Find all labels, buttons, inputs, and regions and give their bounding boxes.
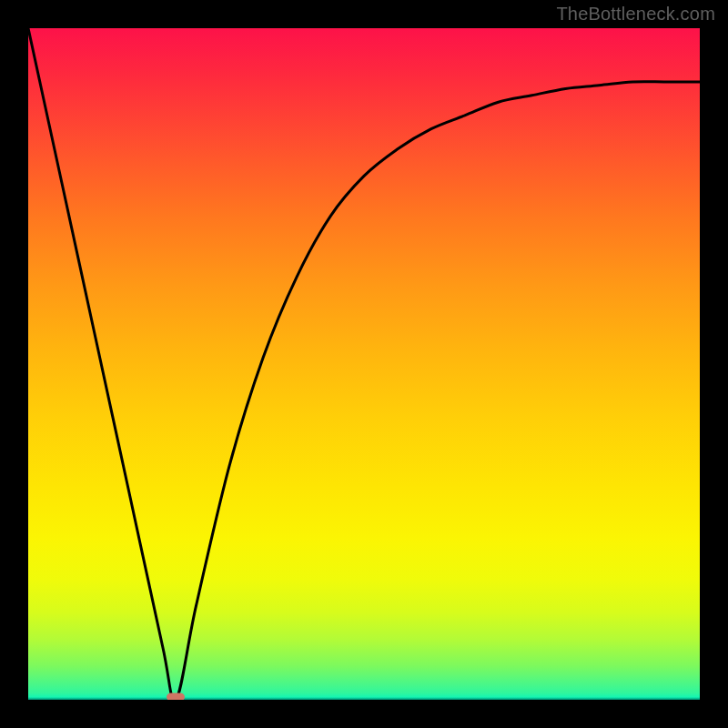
plot-area [28,28,700,700]
watermark-text: TheBottleneck.com [556,4,715,25]
bottleneck-curve [28,28,700,700]
chart-stage: TheBottleneck.com [0,0,728,728]
curve-path [28,28,700,700]
minimum-marker [167,693,185,701]
